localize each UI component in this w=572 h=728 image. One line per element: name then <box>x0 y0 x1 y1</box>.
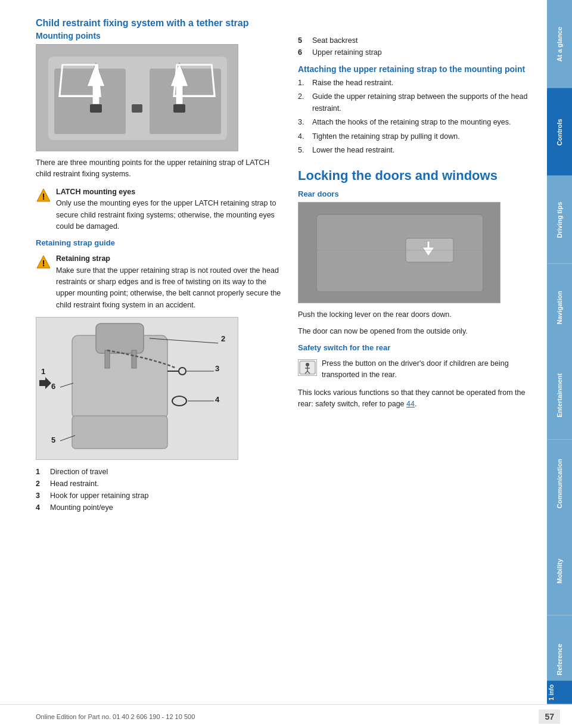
step-1: 1. Raise the head restraint. <box>298 77 529 89</box>
svg-text:2: 2 <box>221 334 225 343</box>
steps-list: 1. Raise the head restraint. 2. Guide th… <box>298 77 529 156</box>
warning-latch-text: LATCH mounting eyes Only use the mountin… <box>56 186 286 233</box>
rear-door-image <box>298 202 500 303</box>
rear-doors-title: Rear doors <box>298 189 529 198</box>
ref-text-2: Head restraint. <box>50 478 99 490</box>
sidebar-tab-label-at-a-glance: At a glance <box>556 26 563 61</box>
svg-rect-7 <box>173 104 185 113</box>
ref-num-2: 2 <box>36 478 44 490</box>
ref-num-4: 4 <box>36 502 44 514</box>
bottom-bar: Online Edition for Part no. 01 40 2 606 … <box>0 704 572 728</box>
sidebar-tab-controls[interactable]: Controls <box>547 88 572 176</box>
svg-point-40 <box>306 363 309 366</box>
svg-text:!: ! <box>42 192 45 201</box>
sidebar-tab-label-driving-tips: Driving tips <box>556 202 563 238</box>
ref-item-4: 4 Mounting point/eye <box>36 502 286 514</box>
sidebar-tab-mobility[interactable]: Mobility <box>547 527 572 615</box>
info-badge[interactable]: 1 info <box>547 681 572 704</box>
step-text-2: Guide the upper retaining strap between … <box>312 91 529 114</box>
svg-rect-35 <box>316 214 483 292</box>
warning-latch-mounting: ! LATCH mounting eyes Only use the mount… <box>36 186 286 233</box>
sidebar: At a glance Controls Driving tips Naviga… <box>547 0 572 703</box>
main-content: Child restraint fixing system with a tet… <box>0 0 547 728</box>
ref-num-1: 1 <box>36 466 44 478</box>
page-number: 57 <box>539 710 560 724</box>
sidebar-tab-entertainment[interactable]: Entertainment <box>547 351 572 440</box>
sidebar-tab-label-navigation: Navigation <box>556 291 563 324</box>
sidebar-tab-label-communication: Communication <box>556 459 563 508</box>
svg-rect-15 <box>72 416 167 449</box>
mounting-points-title: Mounting points <box>36 31 286 41</box>
ref-text-3: Hook for upper retaining strap <box>50 490 148 502</box>
svg-rect-3 <box>150 69 221 134</box>
ref-num-6: 6 <box>298 46 306 58</box>
step-num-5: 5. <box>298 145 309 156</box>
safety-switch-text: Press the button on the driver's door if… <box>322 358 529 381</box>
page-title: Child restraint fixing system with a tet… <box>36 18 529 29</box>
safety-body-end: . <box>415 400 416 408</box>
sidebar-tab-navigation[interactable]: Navigation <box>547 264 572 352</box>
ref-text-1: Direction of travel <box>50 466 108 478</box>
svg-rect-2 <box>54 69 126 134</box>
mounting-points-body: There are three mounting points for the … <box>36 157 286 181</box>
rear-doors-body2: The door can now be opened from the outs… <box>298 326 529 337</box>
mounting-points-image <box>36 44 238 151</box>
locking-title: Locking the doors and windows <box>298 168 529 183</box>
edition-text: Online Edition for Part no. 01 40 2 606 … <box>36 713 195 720</box>
warning-strap-text: Retaining strap Make sure that the upper… <box>56 253 286 311</box>
sidebar-tab-at-a-glance[interactable]: At a glance <box>547 0 572 88</box>
svg-text:4: 4 <box>215 395 220 404</box>
svg-rect-18 <box>132 350 136 368</box>
ref-text-6: Upper retaining strap <box>312 46 382 58</box>
left-column: Mounting points <box>36 31 286 519</box>
attaching-title: Attaching the upper retaining strap to t… <box>298 64 529 74</box>
rear-doors-body1: Push the locking lever on the rear doors… <box>298 309 529 321</box>
step-text-1: Raise the head restraint. <box>312 77 393 89</box>
safety-page-link[interactable]: 44 <box>406 400 415 408</box>
svg-text:6: 6 <box>51 382 55 391</box>
safety-switch-title: Safety switch for the rear <box>298 343 529 352</box>
ref-text-5: Seat backrest <box>312 35 358 46</box>
car-seat-svg: 1 2 3 4 5 6 <box>36 318 238 460</box>
two-column-layout: Mounting points <box>36 31 529 519</box>
ref-list-left: 1 Direction of travel 2 Head restraint. … <box>36 466 286 514</box>
svg-text:5: 5 <box>51 435 55 444</box>
svg-text:3: 3 <box>215 364 219 373</box>
svg-rect-8 <box>132 104 142 113</box>
ref-item-5: 5 Seat backrest <box>298 35 529 46</box>
safety-switch-block: Press the button on the driver's door if… <box>298 358 529 381</box>
retaining-strap-title: Retaining strap guide <box>36 238 286 247</box>
warning-triangle-icon: ! <box>36 188 51 203</box>
sidebar-tab-communication[interactable]: Communication <box>547 440 572 528</box>
svg-rect-17 <box>105 350 110 368</box>
step-5: 5. Lower the head restraint. <box>298 145 529 156</box>
warning-latch-body: Only use the mounting eyes for the upper… <box>56 199 276 231</box>
safety-icon-svg <box>299 360 316 375</box>
step-num-3: 3. <box>298 117 309 128</box>
ref-list-right: 5 Seat backrest 6 Upper retaining strap <box>298 35 529 58</box>
warning-strap-icon: ! <box>36 254 51 270</box>
svg-rect-16 <box>96 323 144 353</box>
warning-strap-title: Retaining strap <box>56 254 110 263</box>
sidebar-tab-label-controls: Controls <box>556 119 563 145</box>
ref-item-1: 1 Direction of travel <box>36 466 286 478</box>
sidebar-tab-label-entertainment: Entertainment <box>556 374 563 418</box>
mounting-photo-svg <box>36 45 238 151</box>
step-text-5: Lower the head restraint. <box>312 145 394 156</box>
sidebar-tab-label-mobility: Mobility <box>556 559 563 584</box>
safety-switch-body2: This locks various functions so that the… <box>298 387 529 410</box>
ref-num-5: 5 <box>298 35 306 46</box>
ref-item-3: 3 Hook for upper retaining strap <box>36 490 286 502</box>
step-3: 3. Attach the hooks of the retaining str… <box>298 117 529 128</box>
sidebar-tab-label-reference: Reference <box>556 643 563 675</box>
svg-text:1: 1 <box>41 367 45 376</box>
sidebar-tab-driving-tips[interactable]: Driving tips <box>547 176 572 264</box>
ref-text-4: Mounting point/eye <box>50 502 113 514</box>
warning-latch-title: LATCH mounting eyes <box>56 188 135 196</box>
step-num-1: 1. <box>298 77 309 89</box>
step-text-3: Attach the hooks of the retaining strap … <box>312 117 511 128</box>
safety-switch-body: Press the button on the driver's door if… <box>322 359 509 379</box>
step-num-4: 4. <box>298 131 309 142</box>
safety-switch-icon <box>298 359 317 376</box>
step-num-2: 2. <box>298 91 309 114</box>
